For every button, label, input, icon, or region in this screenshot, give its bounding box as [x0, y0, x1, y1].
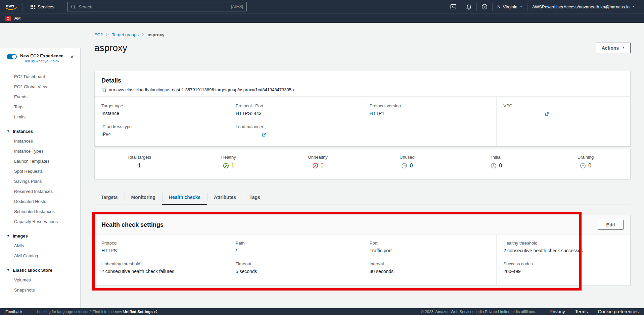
- close-icon[interactable]: ✕: [68, 53, 76, 61]
- page-title: asproxy: [94, 43, 127, 53]
- sidebar-nav: EC2 Dashboard EC2 Global View Events Tag…: [0, 67, 80, 295]
- search-input[interactable]: [79, 4, 228, 9]
- terms-link[interactable]: Terms: [575, 309, 588, 314]
- field-label: Target type: [101, 103, 222, 108]
- ellipsis-circle-icon: [401, 163, 407, 169]
- caret-down-icon: ▼: [622, 47, 625, 49]
- details-title: Details: [101, 77, 624, 84]
- minus-circle-icon: [580, 163, 586, 169]
- footer: Feedback Looking for language selection?…: [0, 308, 644, 315]
- health-check-settings-title: Health check settings: [101, 221, 164, 228]
- bell-icon: [466, 4, 472, 10]
- sidebar-item-volumes[interactable]: Volumes: [0, 275, 80, 285]
- sidebar-item-instance-types[interactable]: Instance Types: [0, 146, 80, 156]
- chevron-right-icon: >: [142, 32, 144, 37]
- sidebar-item-ami-catalog[interactable]: AMI Catalog: [0, 251, 80, 261]
- edit-button[interactable]: Edit: [598, 220, 624, 230]
- language-notice: Looking for language selection? Find it …: [37, 310, 157, 314]
- question-circle-icon: ?: [481, 4, 488, 10]
- services-label: Services: [38, 4, 54, 9]
- field-label: Protocol version: [370, 103, 490, 108]
- external-link-icon: [154, 310, 157, 314]
- iam-service-icon: [5, 16, 11, 21]
- sidebar-section-instances[interactable]: ▼ Instances: [0, 126, 80, 136]
- region-selector[interactable]: N. Virginia ▼: [493, 0, 527, 13]
- sidebar-section-elastic-block-store[interactable]: ▼ Elastic Block Store: [0, 265, 80, 275]
- caret-down-icon: ▼: [7, 129, 10, 133]
- feedback-link[interactable]: Feedback: [5, 310, 22, 314]
- sidebar-item-launch-templates[interactable]: Launch Templates: [0, 156, 80, 166]
- field-value: Traffic port: [370, 248, 490, 253]
- field-value: 200-499: [503, 269, 624, 274]
- top-navigation-bar: aws Services [Alt+S]: [0, 0, 644, 13]
- cloudshell-terminal-icon: [450, 4, 456, 10]
- tab-monitoring[interactable]: Monitoring: [125, 191, 162, 205]
- services-menu-button[interactable]: Services: [28, 0, 57, 13]
- stat-value: 0: [410, 163, 413, 169]
- cookie-preferences-link[interactable]: Cookie preferences: [598, 309, 639, 314]
- tab-health-checks[interactable]: Health checks: [162, 191, 207, 205]
- help-button[interactable]: ?: [477, 0, 492, 13]
- experiment-title: New EC2 Experience: [20, 53, 63, 58]
- sidebar-item-reserved-instances[interactable]: Reserved Instances: [0, 187, 80, 197]
- field-value: HTTPS: [101, 248, 222, 253]
- page-body: New EC2 Experience Tell us what you thin…: [0, 23, 644, 308]
- field-label: Healthy threshold: [503, 241, 624, 246]
- breadcrumb-target-groups[interactable]: Target groups: [112, 32, 139, 37]
- tab-attributes[interactable]: Attributes: [207, 191, 243, 205]
- account-menu[interactable]: AWSPowerUserAccess/navaneeth.kn@harness.…: [527, 0, 639, 13]
- region-label: N. Virginia: [497, 4, 517, 9]
- target-counts-card: Total targets 1 Healthy 1 Unhealthy: [94, 149, 631, 179]
- copyright-text: © 2023, Amazon Web Services India Privat…: [421, 310, 536, 314]
- field-value: /: [236, 248, 356, 253]
- vpc-link[interactable]: vpc-2657db5c: [513, 111, 549, 116]
- sidebar-section-images[interactable]: ▼ Images: [0, 231, 80, 241]
- field-label: Timeout: [236, 261, 356, 266]
- privacy-link[interactable]: Privacy: [550, 309, 565, 314]
- breadcrumb-ec2[interactable]: EC2: [94, 32, 103, 37]
- sidebar-item-ec2-dashboard[interactable]: EC2 Dashboard: [0, 72, 80, 82]
- tell-us-link[interactable]: Tell us what you think: [24, 59, 59, 63]
- sidebar-item-spot-requests[interactable]: Spot Requests: [0, 166, 80, 176]
- field-value: HTTP1: [370, 111, 490, 116]
- stat-unhealthy: Unhealthy 0: [273, 155, 363, 169]
- stat-value: 0: [588, 163, 591, 169]
- sidebar-item-amis[interactable]: AMIs: [0, 241, 80, 251]
- external-link-icon: [545, 112, 549, 116]
- cloudshell-button[interactable]: [446, 0, 461, 13]
- field-label: Load balancer: [236, 124, 356, 129]
- sidebar: New EC2 Experience Tell us what you thin…: [0, 23, 81, 308]
- stat-draining: Draining 0: [541, 155, 630, 169]
- global-search-box[interactable]: [Alt+S]: [67, 2, 247, 11]
- field-value: 5 seconds: [236, 269, 356, 274]
- caret-down-icon: ▼: [632, 5, 635, 8]
- stat-unused: Unused 0: [363, 155, 452, 169]
- sidebar-item-limits[interactable]: Limits: [0, 112, 80, 122]
- field-label: Protocol: [101, 241, 222, 246]
- sidebar-item-ec2-global-view[interactable]: EC2 Global View: [0, 82, 80, 92]
- caret-down-icon: ▼: [520, 5, 522, 8]
- field-label: Protocol : Port: [236, 103, 356, 108]
- sidebar-item-capacity-reservations[interactable]: Capacity Reservations: [0, 217, 80, 227]
- sidebar-item-snapshots[interactable]: Snapshots: [0, 285, 80, 295]
- search-shortcut-hint: [Alt+S]: [231, 4, 243, 9]
- sidebar-item-scheduled-instances[interactable]: Scheduled Instances: [0, 207, 80, 217]
- actions-button[interactable]: Actions ▼: [596, 43, 631, 53]
- field-label: IP address type: [101, 124, 222, 129]
- aws-logo[interactable]: aws: [5, 3, 17, 11]
- unified-settings-link[interactable]: Unified Settings: [123, 310, 157, 314]
- tab-tags[interactable]: Tags: [243, 191, 267, 205]
- notifications-button[interactable]: [461, 0, 476, 13]
- tab-targets[interactable]: Targets: [94, 191, 125, 205]
- sidebar-item-tags[interactable]: Tags: [0, 102, 80, 112]
- copy-arn-button[interactable]: [101, 87, 106, 92]
- load-balancer-link[interactable]: regular: [246, 132, 267, 137]
- sidebar-item-instances[interactable]: Instances: [0, 136, 80, 146]
- stat-value: 1: [231, 163, 234, 169]
- sidebar-item-dedicated-hosts[interactable]: Dedicated Hosts: [0, 197, 80, 207]
- recent-service-link[interactable]: IAM: [13, 16, 20, 21]
- search-icon: [71, 4, 76, 9]
- new-experience-toggle[interactable]: [7, 54, 17, 59]
- sidebar-item-events[interactable]: Events: [0, 92, 80, 102]
- sidebar-item-savings-plans[interactable]: Savings Plans: [0, 176, 80, 187]
